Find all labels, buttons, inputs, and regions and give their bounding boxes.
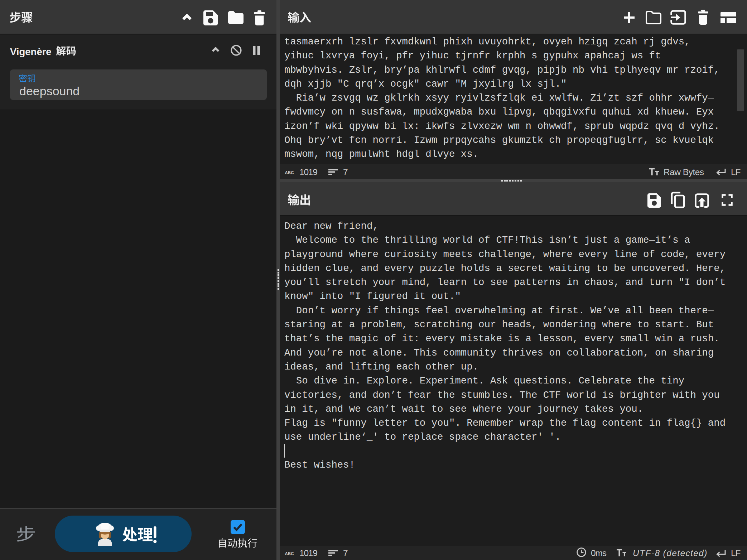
- svg-text:ABC: ABC: [285, 170, 294, 174]
- svg-text:ABC: ABC: [285, 551, 294, 555]
